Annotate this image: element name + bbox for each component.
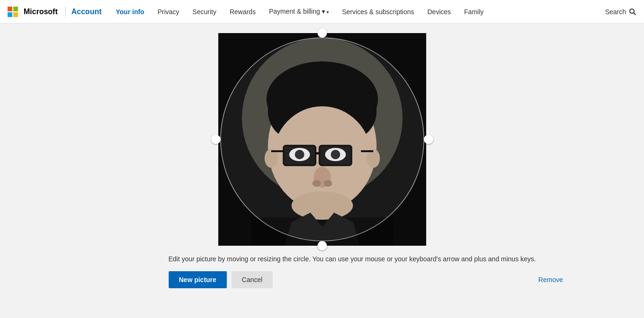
svg-line-1	[634, 13, 636, 15]
nav-item-devices[interactable]: Devices	[421, 0, 458, 24]
nav-link-security[interactable]: Security	[186, 0, 223, 24]
nav-link-privacy[interactable]: Privacy	[151, 0, 186, 24]
svg-point-0	[630, 9, 634, 13]
nav-item-rewards[interactable]: Rewards	[223, 0, 262, 24]
nav-links: Your info Privacy Security Rewards Payme…	[109, 0, 490, 24]
handle-bottom[interactable]	[318, 241, 327, 250]
new-picture-button[interactable]: New picture	[169, 271, 227, 288]
ms-logo-grid	[8, 7, 18, 17]
svg-point-23	[331, 150, 340, 159]
photo-background	[218, 33, 426, 246]
search-icon	[629, 8, 636, 16]
svg-point-22	[295, 150, 304, 159]
main-content: Edit your picture by moving or resizing …	[0, 24, 644, 318]
navbar: Microsoft Account Your info Privacy Secu…	[0, 0, 644, 24]
nav-item-security[interactable]: Security	[186, 0, 223, 24]
instruction-text: Edit your picture by moving or resizing …	[169, 255, 563, 263]
nav-link-family[interactable]: Family	[457, 0, 490, 24]
microsoft-logo	[8, 7, 18, 17]
nav-link-your-info[interactable]: Your info	[109, 0, 151, 24]
bottom-section: Edit your picture by moving or resizing …	[62, 255, 582, 288]
photo-editor	[218, 33, 426, 246]
nav-item-payment[interactable]: Payment & billing ▾	[262, 0, 335, 24]
nav-item-family[interactable]: Family	[457, 0, 490, 24]
svg-point-26	[324, 180, 332, 187]
svg-point-25	[312, 180, 321, 187]
svg-point-27	[292, 191, 353, 220]
handle-left[interactable]	[211, 135, 221, 144]
nav-item-privacy[interactable]: Privacy	[151, 0, 186, 24]
nav-link-services[interactable]: Services & subscriptions	[335, 0, 421, 24]
nav-item-your-info[interactable]: Your info	[109, 0, 151, 24]
nav-item-services[interactable]: Services & subscriptions	[335, 0, 421, 24]
search-button[interactable]: Search	[605, 8, 636, 16]
svg-rect-18	[271, 150, 283, 152]
brand-name: Microsoft	[24, 8, 58, 16]
remove-link[interactable]: Remove	[538, 276, 563, 284]
handle-top[interactable]	[318, 28, 327, 38]
person-image	[218, 33, 426, 246]
svg-rect-19	[361, 150, 373, 152]
nav-link-devices[interactable]: Devices	[421, 0, 458, 24]
account-label[interactable]: Account	[71, 8, 102, 16]
search-label: Search	[605, 8, 626, 16]
buttons-and-remove: New picture Cancel Remove	[81, 271, 563, 288]
cancel-button[interactable]: Cancel	[232, 271, 273, 288]
nav-link-rewards[interactable]: Rewards	[223, 0, 262, 24]
nav-link-payment[interactable]: Payment & billing ▾	[262, 0, 335, 24]
buttons-row: New picture Cancel	[169, 271, 273, 288]
handle-right[interactable]	[424, 135, 433, 144]
svg-rect-17	[316, 152, 319, 155]
nav-divider	[65, 7, 66, 17]
